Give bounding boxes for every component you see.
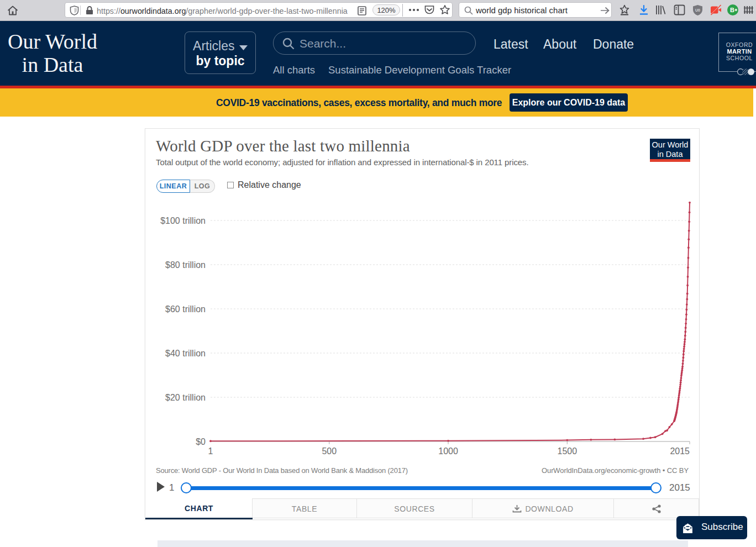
svg-text:500: 500 xyxy=(322,446,337,456)
svg-text:2015: 2015 xyxy=(670,446,690,456)
svg-text:$0: $0 xyxy=(196,437,206,446)
svg-text:$20 trillion: $20 trillion xyxy=(165,393,206,402)
svg-text:$40 trillion: $40 trillion xyxy=(165,349,206,358)
svg-text:$100 trillion: $100 trillion xyxy=(160,216,206,225)
svg-text:$60 trillion: $60 trillion xyxy=(165,304,206,314)
svg-text:1500: 1500 xyxy=(558,446,578,456)
svg-text:U0: U0 xyxy=(695,8,700,12)
svg-text:$80 trillion: $80 trillion xyxy=(165,260,206,270)
svg-text:1000: 1000 xyxy=(438,446,458,456)
svg-text:1: 1 xyxy=(208,446,213,456)
svg-text:B: B xyxy=(730,7,734,13)
